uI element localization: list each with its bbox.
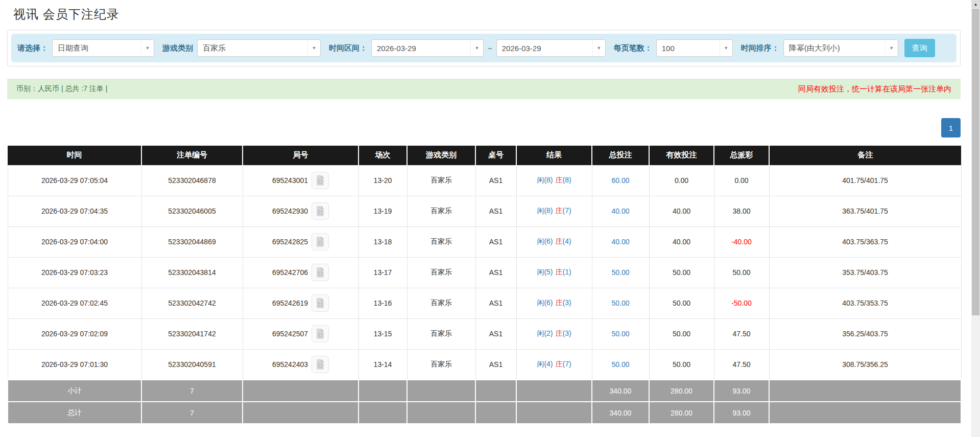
column-header: 场次 xyxy=(358,146,407,165)
game-type-cell: 百家乐 xyxy=(407,165,475,196)
video-replay-button[interactable] xyxy=(312,356,329,373)
scrollbar-up-arrow-icon[interactable]: ▲ xyxy=(971,0,980,8)
game-type-label: 游戏类别 xyxy=(162,43,193,53)
video-replay-button[interactable] xyxy=(312,294,329,312)
page-title: 视讯 会员下注纪录 xyxy=(13,6,961,22)
date-to-value: 2026-03-29 xyxy=(497,44,592,53)
result-player: 闲(6) xyxy=(537,237,553,245)
vertical-scrollbar[interactable]: ▲ xyxy=(971,0,980,437)
total-bet-cell[interactable]: 50.00 xyxy=(592,318,649,349)
main-content: 视讯 会员下注纪录 请选择： 日期查询 ▼ 游戏类别 百家乐 ▼ 时间区间： 2… xyxy=(7,6,961,424)
bet-id-cell: 523302046878 xyxy=(141,165,243,196)
chevron-down-icon[interactable]: ▼ xyxy=(720,40,732,56)
game-type-cell: 百家乐 xyxy=(407,349,475,380)
query-button[interactable]: 查询 xyxy=(904,39,935,57)
subtotal-row-empty xyxy=(358,380,407,402)
sort-label: 时间排序： xyxy=(741,43,779,53)
total-row-count: 7 xyxy=(141,402,243,424)
column-header: 结果 xyxy=(516,146,592,165)
total-bet-cell[interactable]: 40.00 xyxy=(592,196,649,226)
video-replay-button[interactable] xyxy=(312,172,329,189)
bet-id-cell: 523302042742 xyxy=(141,288,243,318)
column-header: 游戏类别 xyxy=(407,146,475,165)
result-banker: 庄(3) xyxy=(556,329,571,337)
table-no-cell: AS1 xyxy=(475,165,516,196)
subtotal-row-empty xyxy=(769,380,961,402)
round-cell: 695242403 xyxy=(243,349,358,380)
game-type-select[interactable]: 百家乐 ▼ xyxy=(197,39,321,57)
video-replay-button[interactable] xyxy=(312,264,329,281)
filter-bar: 请选择： 日期查询 ▼ 游戏类别 百家乐 ▼ 时间区间： 2026-03-29 … xyxy=(11,34,957,62)
subtotal-row-empty xyxy=(243,380,358,402)
chevron-down-icon[interactable]: ▼ xyxy=(592,40,605,56)
table-no-cell: AS1 xyxy=(475,349,516,380)
total-bet-cell[interactable]: 40.00 xyxy=(592,226,649,257)
scrollbar-thumb[interactable] xyxy=(972,9,979,315)
round-cell: 695243001 xyxy=(243,165,358,196)
table-row: 2026-03-29 07:04:00523302044869695242825… xyxy=(8,226,961,257)
table-row: 2026-03-29 07:05:04523302046878695243001… xyxy=(8,165,961,196)
valid-bet-cell: 40.00 xyxy=(649,226,714,257)
chevron-down-icon[interactable]: ▼ xyxy=(307,40,320,56)
bet-id-cell: 523302044869 xyxy=(141,226,243,257)
pagination: 1 xyxy=(7,118,961,137)
column-header: 注单编号 xyxy=(141,146,243,165)
valid-bet-cell: 50.00 xyxy=(649,349,714,380)
total-bet-cell[interactable]: 50.00 xyxy=(592,288,649,318)
game-type-cell: 百家乐 xyxy=(407,318,475,349)
result-banker: 庄(7) xyxy=(556,360,571,368)
summary-bar: 币别：人民币 | 总共 :7 注单 | 同局有效投注，统一计算在该局第一张注单内 xyxy=(7,79,961,99)
session-cell: 13-18 xyxy=(358,226,407,257)
chevron-down-icon[interactable]: ▼ xyxy=(885,40,898,56)
video-replay-button[interactable] xyxy=(312,202,329,220)
table-header-row: 时间注单编号局号场次游戏类别桌号结果总投注有效投注总派彩备注 xyxy=(8,146,961,165)
date-to-select[interactable]: 2026-03-29 ▼ xyxy=(496,39,606,57)
round-id: 695242930 xyxy=(272,207,308,215)
result-player: 闲(6) xyxy=(537,298,553,307)
payout-cell: -50.00 xyxy=(714,288,769,318)
time-cell: 2026-03-29 07:02:09 xyxy=(8,318,141,349)
note-cell: 403.75/363.75 xyxy=(769,226,961,257)
per-page-label: 每页笔数： xyxy=(614,43,652,53)
date-from-select[interactable]: 2026-03-29 ▼ xyxy=(371,39,484,57)
query-type-select[interactable]: 日期查询 ▼ xyxy=(52,39,154,57)
round-id: 695242706 xyxy=(272,268,308,277)
time-cell: 2026-03-29 07:04:35 xyxy=(8,196,141,226)
table-row: 2026-03-29 07:04:35523302046005695242930… xyxy=(8,196,961,226)
page-1-button[interactable]: 1 xyxy=(941,118,961,137)
per-page-select[interactable]: 100 ▼ xyxy=(656,39,733,57)
result-banker: 庄(1) xyxy=(556,268,571,276)
round-cell: 695242825 xyxy=(243,226,358,257)
video-replay-button[interactable] xyxy=(312,325,329,342)
result-player: 闲(8) xyxy=(537,176,553,184)
video-replay-button[interactable] xyxy=(312,233,329,250)
sort-select[interactable]: 降幂(由大到小) ▼ xyxy=(783,39,898,57)
result-cell: 闲(6)庄(3) xyxy=(516,288,592,318)
video-replay-icon xyxy=(315,205,325,217)
time-cell: 2026-03-29 07:01:30 xyxy=(8,349,141,380)
result-banker: 庄(8) xyxy=(556,176,571,184)
video-replay-icon xyxy=(315,236,325,247)
total-row-empty xyxy=(243,402,358,424)
result-banker: 庄(4) xyxy=(556,237,571,245)
round-id: 695242825 xyxy=(272,238,308,246)
subtotal-row-total-bet: 340.00 xyxy=(592,380,649,402)
date-from-value: 2026-03-29 xyxy=(372,44,470,53)
total-bet-cell[interactable]: 50.00 xyxy=(592,349,649,380)
valid-bet-cell: 50.00 xyxy=(649,257,714,288)
payout-cell: 47.50 xyxy=(714,349,769,380)
chevron-down-icon[interactable]: ▼ xyxy=(141,40,154,56)
game-type-cell: 百家乐 xyxy=(407,226,475,257)
valid-bet-cell: 40.00 xyxy=(649,196,714,226)
payout-cell: 47.50 xyxy=(714,318,769,349)
query-type-label: 请选择： xyxy=(17,43,48,53)
total-bet-cell[interactable]: 50.00 xyxy=(592,257,649,288)
session-cell: 13-19 xyxy=(358,196,407,226)
note-cell: 403.75/353.75 xyxy=(769,288,961,318)
result-cell: 闲(8)庄(8) xyxy=(516,165,592,196)
result-cell: 闲(8)庄(7) xyxy=(516,196,592,226)
total-bet-cell[interactable]: 60.00 xyxy=(592,165,649,196)
summary-notice: 同局有效投注，统一计算在该局第一张注单内 xyxy=(798,84,951,94)
payout-cell: 0.00 xyxy=(714,165,769,196)
chevron-down-icon[interactable]: ▼ xyxy=(470,40,483,56)
